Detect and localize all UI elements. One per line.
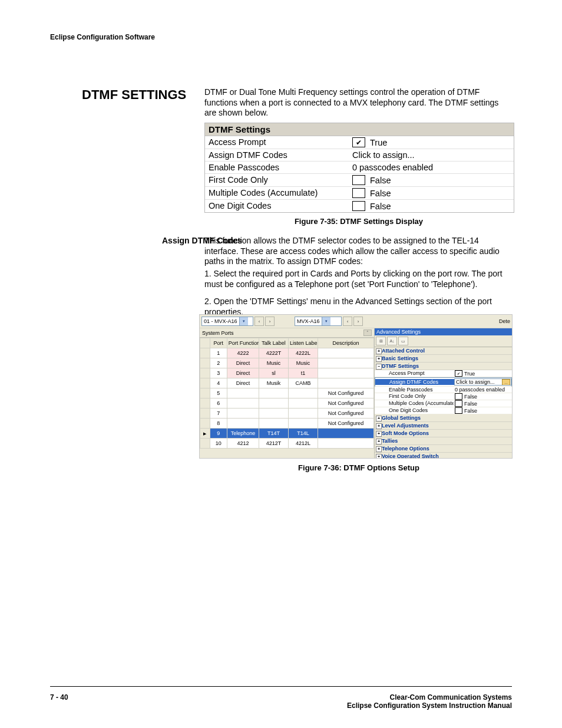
- cell[interactable]: [289, 388, 318, 398]
- cell[interactable]: [227, 398, 259, 409]
- alphabetical-icon[interactable]: A↓: [387, 337, 397, 345]
- cell[interactable]: [259, 398, 289, 409]
- row-selector[interactable]: [200, 439, 210, 449]
- cell[interactable]: 4222: [227, 348, 259, 358]
- cell[interactable]: [227, 388, 259, 398]
- cell[interactable]: Musik: [259, 378, 289, 388]
- chevron-down-icon[interactable]: ▾: [239, 317, 248, 325]
- column-header[interactable]: Port: [210, 338, 227, 348]
- property-value[interactable]: 0 passcodes enabled: [454, 387, 512, 393]
- cell[interactable]: [318, 378, 374, 388]
- property-value[interactable]: False: [454, 400, 512, 407]
- checkbox-icon[interactable]: ✔: [352, 137, 365, 147]
- table-row[interactable]: 142224222T4222L: [200, 348, 374, 358]
- cell[interactable]: Not Configured: [318, 388, 374, 398]
- cell[interactable]: 8: [210, 419, 227, 429]
- cell[interactable]: [289, 409, 318, 419]
- checkbox-icon[interactable]: [352, 175, 365, 185]
- cell[interactable]: sl: [259, 368, 289, 378]
- property-category[interactable]: −DTMF Settings: [375, 363, 512, 370]
- property-row[interactable]: Assign DTMF CodesClick to assign...…: [375, 377, 512, 387]
- row-selector[interactable]: [200, 398, 210, 409]
- cell[interactable]: [318, 439, 374, 449]
- property-row[interactable]: First Code OnlyFalse: [375, 393, 512, 400]
- categorized-icon[interactable]: ⊞: [376, 337, 386, 345]
- property-value[interactable]: False: [454, 407, 512, 414]
- cell[interactable]: 4212L: [289, 439, 318, 449]
- expand-icon[interactable]: +: [376, 439, 382, 444]
- property-category[interactable]: +Level Adjustments: [375, 422, 512, 430]
- expand-icon[interactable]: +: [376, 431, 382, 437]
- column-header[interactable]: Talk Label: [259, 338, 289, 348]
- property-row[interactable]: Access Prompt✔True: [375, 370, 512, 377]
- table-row[interactable]: 8Not Configured: [200, 419, 374, 429]
- device-select[interactable]: MVX-A16 ▾: [295, 317, 342, 326]
- cell[interactable]: [318, 348, 374, 358]
- row-selector[interactable]: [200, 419, 210, 429]
- cell[interactable]: CAMB: [289, 378, 318, 388]
- expand-icon[interactable]: +: [376, 454, 382, 459]
- checkbox-icon[interactable]: [352, 188, 365, 198]
- property-row[interactable]: Multiple Codes (Accumulate)False: [375, 400, 512, 407]
- row-selector[interactable]: [200, 348, 210, 358]
- next-card-button[interactable]: ›: [265, 317, 275, 326]
- cell[interactable]: T14L: [289, 429, 318, 439]
- expand-icon[interactable]: +: [376, 416, 382, 421]
- cell[interactable]: 3: [210, 368, 227, 378]
- checkbox-icon[interactable]: ✔: [455, 370, 462, 377]
- collapse-icon[interactable]: −: [376, 364, 382, 370]
- setting-value[interactable]: Click to assign...: [349, 149, 514, 161]
- cell[interactable]: 4212: [227, 439, 259, 449]
- cell[interactable]: Music: [289, 358, 318, 368]
- collapse-icon[interactable]: ˄: [363, 330, 372, 336]
- cell[interactable]: Telephone: [227, 429, 259, 439]
- cell[interactable]: Not Configured: [318, 409, 374, 419]
- cell[interactable]: Not Configured: [318, 419, 374, 429]
- table-row[interactable]: 4DirectMusikCAMB: [200, 378, 374, 388]
- checkbox-icon[interactable]: [455, 393, 462, 400]
- cell[interactable]: [259, 388, 289, 398]
- table-row[interactable]: 2DirectMusicMusic: [200, 358, 374, 368]
- cell[interactable]: [318, 368, 374, 378]
- cell[interactable]: [318, 429, 374, 439]
- checkbox-icon[interactable]: [352, 201, 365, 211]
- cell[interactable]: 10: [210, 439, 227, 449]
- property-value[interactable]: False: [454, 393, 512, 400]
- prev-card-button[interactable]: ‹: [254, 317, 264, 326]
- card-select[interactable]: 01 - MVX-A16 ▾: [201, 317, 253, 326]
- property-category[interactable]: +Telephone Options: [375, 445, 512, 453]
- table-row[interactable]: 7Not Configured: [200, 409, 374, 419]
- property-category[interactable]: +Attached Control: [375, 347, 512, 355]
- cell[interactable]: 4222L: [289, 348, 318, 358]
- ellipsis-button[interactable]: …: [502, 379, 510, 386]
- cell[interactable]: [259, 419, 289, 429]
- cell[interactable]: [227, 419, 259, 429]
- cell[interactable]: Not Configured: [318, 398, 374, 409]
- cell[interactable]: 6: [210, 398, 227, 409]
- cell[interactable]: 5: [210, 388, 227, 398]
- chevron-down-icon[interactable]: ▾: [322, 317, 330, 325]
- property-category[interactable]: +Basic Settings: [375, 355, 512, 363]
- cell[interactable]: Direct: [227, 358, 259, 368]
- row-selector[interactable]: ▶: [200, 429, 210, 439]
- cell[interactable]: [259, 409, 289, 419]
- cell[interactable]: Direct: [227, 378, 259, 388]
- property-category[interactable]: +Voice Operated Switch: [375, 453, 512, 459]
- cell[interactable]: 4222T: [259, 348, 289, 358]
- setting-value[interactable]: 0 passcodes enabled: [349, 162, 514, 173]
- column-header[interactable]: Port Function: [227, 338, 259, 348]
- property-row[interactable]: One Digit CodesFalse: [375, 407, 512, 414]
- table-row[interactable]: ▶9TelephoneT14TT14L: [200, 429, 374, 439]
- property-row[interactable]: Enable Passcodes0 passcodes enabled: [375, 387, 512, 393]
- setting-value[interactable]: False: [349, 187, 514, 199]
- checkbox-icon[interactable]: [455, 400, 462, 407]
- cell[interactable]: 7: [210, 409, 227, 419]
- expand-icon[interactable]: +: [376, 446, 382, 452]
- column-header[interactable]: Listen Label: [289, 338, 318, 348]
- row-selector[interactable]: [200, 368, 210, 378]
- property-category[interactable]: +Soft Mode Options: [375, 430, 512, 437]
- table-row[interactable]: 6Not Configured: [200, 398, 374, 409]
- expand-icon[interactable]: +: [376, 423, 382, 429]
- row-selector[interactable]: [200, 378, 210, 388]
- cell[interactable]: 4: [210, 378, 227, 388]
